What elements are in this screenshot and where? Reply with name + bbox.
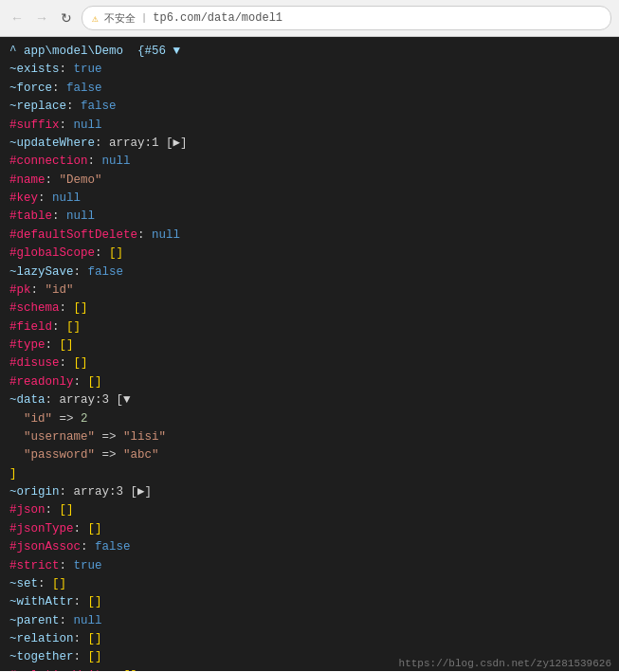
code-line: ~relation: []: [9, 630, 610, 648]
code-line: ~updateWhere: array:1 [▶]: [9, 135, 610, 153]
content-wrapper: ^ app\model\Demo {#56 ▼ ~exists: true~fo…: [0, 37, 619, 671]
nav-bar: ← → ↻ ⚠ 不安全 | tp6.com/data/model1: [0, 0, 619, 36]
url-text: tp6.com/data/model1: [153, 11, 282, 25]
code-line: "username" => "lisi": [9, 428, 610, 446]
code-line: #name: "Demo": [9, 172, 610, 190]
status-bar-text: https://blog.csdn.net/zy1281539626: [399, 658, 611, 669]
code-line: #defaultSoftDelete: null: [9, 227, 610, 245]
back-button[interactable]: ←: [8, 9, 27, 27]
code-line: #readonly: []: [9, 373, 610, 391]
code-line: ~origin: array:3 [▶]: [9, 483, 610, 501]
code-lines: ~exists: true~force: false~replace: fals…: [9, 61, 610, 671]
code-line: ~set: []: [9, 575, 610, 593]
code-line: ~parent: null: [9, 612, 610, 630]
code-line: "id" => 2: [9, 410, 610, 428]
code-display: ^ app\model\Demo {#56 ▼ ~exists: true~fo…: [0, 37, 619, 671]
code-line: #table: null: [9, 208, 610, 226]
code-line: ]: [9, 465, 610, 483]
code-line: ~lazySave: false: [9, 263, 610, 282]
header-text: ^ app\model\Demo {#56 ▼: [9, 45, 180, 58]
code-line: #key: null: [9, 190, 610, 208]
reload-button[interactable]: ↻: [57, 9, 76, 27]
code-line: ~replace: false: [9, 98, 610, 116]
code-line: #pk: "id": [9, 282, 610, 300]
code-line: "password" => "abc": [9, 446, 610, 464]
code-line: #disuse: []: [9, 354, 610, 372]
status-bar: https://blog.csdn.net/zy1281539626: [399, 658, 611, 669]
code-line: ~exists: true: [9, 61, 610, 79]
not-secure-label: 不安全: [104, 11, 136, 26]
code-line: #globalScope: []: [9, 245, 610, 263]
forward-button[interactable]: →: [32, 9, 51, 27]
code-line: #jsonType: []: [9, 520, 610, 538]
code-line: #json: []: [9, 501, 610, 519]
code-line: ~data: array:3 [▼: [9, 391, 610, 409]
browser-chrome: ← → ↻ ⚠ 不安全 | tp6.com/data/model1: [0, 0, 619, 37]
code-line: #strict: true: [9, 557, 610, 575]
code-line: #type: []: [9, 336, 610, 354]
code-line: #suffix: null: [9, 117, 610, 135]
separator: |: [141, 12, 148, 24]
code-line: #connection: null: [9, 153, 610, 171]
code-line: #jsonAssoc: false: [9, 538, 610, 556]
lock-icon: ⚠: [92, 12, 99, 25]
code-line: ~force: false: [9, 80, 610, 98]
header-line: ^ app\model\Demo {#56 ▼: [9, 43, 610, 61]
address-bar[interactable]: ⚠ 不安全 | tp6.com/data/model1: [82, 6, 611, 30]
code-line: #schema: []: [9, 300, 610, 318]
code-line: #field: []: [9, 318, 610, 336]
code-line: ~withAttr: []: [9, 593, 610, 611]
